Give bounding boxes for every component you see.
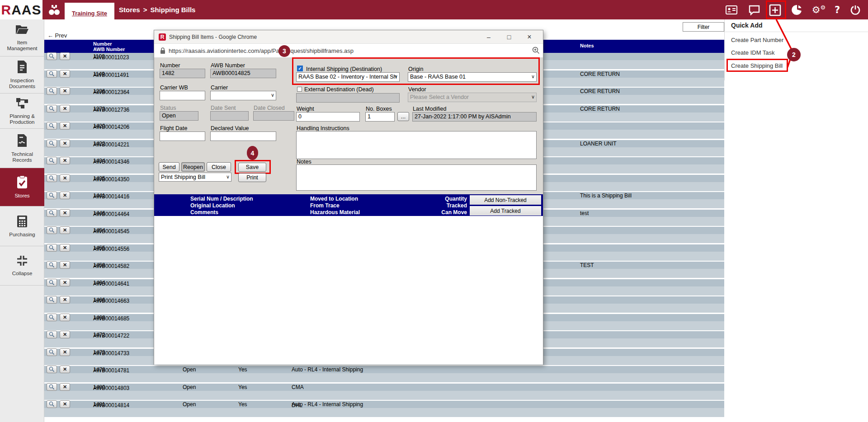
delete-icon[interactable]: ✕ [60, 383, 70, 391]
user-card-icon[interactable] [725, 4, 738, 16]
view-icon[interactable] [47, 296, 57, 304]
delete-icon[interactable]: ✕ [60, 366, 70, 373]
delete-icon[interactable]: ✕ [60, 348, 70, 356]
tab-training-site[interactable]: Training Site [65, 3, 114, 23]
view-icon[interactable] [47, 157, 57, 164]
row-notes: LOANER UNIT [580, 141, 617, 147]
delete-icon[interactable]: ✕ [60, 209, 70, 217]
view-icon[interactable] [47, 192, 57, 199]
search-binoculars-icon[interactable] [47, 4, 61, 16]
power-icon[interactable] [849, 4, 862, 16]
sidebar-item-label: Planning & Production [3, 113, 42, 125]
filter-button[interactable]: Filter [683, 22, 724, 32]
delete-icon[interactable]: ✕ [60, 261, 70, 269]
delete-icon[interactable]: ✕ [60, 157, 70, 164]
declared-value-field[interactable] [210, 131, 276, 141]
view-icon[interactable] [47, 209, 57, 217]
delete-icon[interactable]: ✕ [60, 314, 70, 321]
carrier-select[interactable]: ∨ [210, 91, 276, 100]
handling-instructions-textarea[interactable] [296, 131, 537, 159]
delete-icon[interactable]: ✕ [60, 140, 70, 147]
minimize-button[interactable]: – [481, 31, 496, 42]
settings-gears-icon[interactable]: ⚙⚙ [811, 4, 827, 16]
external-destination-checkbox[interactable] [297, 87, 302, 92]
delete-icon[interactable]: ✕ [60, 122, 70, 130]
origin-select[interactable]: Base - RAAS Base 01∨ [408, 72, 537, 82]
view-icon[interactable] [47, 331, 57, 338]
view-icon[interactable] [47, 348, 57, 356]
maximize-button[interactable]: □ [501, 31, 517, 42]
menu-item-create-part-number[interactable]: Create Part Number [731, 37, 783, 43]
view-icon[interactable] [47, 70, 57, 78]
close-bill-button[interactable]: Close [207, 162, 231, 172]
internal-shipping-checkbox[interactable]: ✓ [297, 66, 303, 71]
carrier-wb-field[interactable] [160, 91, 205, 100]
delete-icon[interactable]: ✕ [60, 87, 70, 95]
lock-icon [160, 47, 165, 54]
flight-date-field[interactable] [160, 131, 205, 141]
sidebar-item-item-management[interactable]: Item Management [0, 19, 44, 56]
view-icon[interactable] [47, 244, 57, 252]
sidebar-item-inspection-documents[interactable]: Inspection Documents [0, 56, 44, 94]
view-icon[interactable] [47, 226, 57, 234]
notes-textarea[interactable] [296, 164, 537, 191]
prev-link[interactable]: ← Prev [47, 32, 67, 39]
delete-icon[interactable]: ✕ [60, 244, 70, 252]
add-non-tracked-button[interactable]: Add Non-Tracked [469, 195, 542, 205]
last-modified-label: Last Modified [413, 106, 446, 112]
delete-icon[interactable]: ✕ [60, 174, 70, 182]
view-icon[interactable] [47, 174, 57, 182]
weight-field[interactable]: 0 [296, 112, 360, 122]
delete-icon[interactable]: ✕ [60, 279, 70, 286]
boxes-more-button[interactable]: ... [397, 112, 409, 121]
sidebar-item-technical-records[interactable]: Technical Records [0, 129, 44, 168]
delete-icon[interactable]: ✕ [60, 192, 70, 199]
view-icon[interactable] [47, 261, 57, 269]
send-button[interactable]: Send [159, 162, 179, 172]
view-icon[interactable] [47, 366, 57, 373]
menu-item-create-shipping-bill[interactable]: Create Shipping Bill [731, 62, 783, 69]
view-icon[interactable] [47, 122, 57, 130]
close-button[interactable]: × [522, 31, 537, 42]
print-type-select[interactable]: Print Shipping Bill∨ [159, 173, 231, 182]
delete-icon[interactable]: ✕ [60, 52, 70, 60]
view-icon[interactable] [47, 279, 57, 286]
row-notes: test [580, 210, 589, 216]
help-icon[interactable]: ? [831, 4, 844, 16]
sidebar-item-purchasing[interactable]: Purchasing [0, 206, 44, 246]
chat-icon[interactable] [748, 4, 760, 16]
view-icon[interactable] [47, 383, 57, 391]
dialog-title-bar[interactable]: R Shipping Bill Items - Google Chrome – … [154, 30, 543, 44]
view-icon[interactable] [47, 400, 57, 408]
carrier-label: Carrier [211, 84, 228, 91]
zoom-page-icon[interactable] [532, 47, 540, 55]
save-button[interactable]: Save [238, 163, 266, 172]
add-tracked-button[interactable]: Add Tracked [469, 206, 542, 216]
sidebar-item-collapse[interactable]: Collapse [0, 246, 44, 286]
pie-chart-icon[interactable] [790, 4, 803, 16]
view-icon[interactable] [47, 140, 57, 147]
delete-icon[interactable]: ✕ [60, 296, 70, 304]
delete-icon[interactable]: ✕ [60, 331, 70, 338]
view-icon[interactable] [47, 52, 57, 60]
row-notes: TEST [580, 262, 594, 268]
reopen-button[interactable]: Reopen [181, 162, 205, 172]
print-button[interactable]: Print [238, 173, 266, 182]
menu-item-create-idm-task[interactable]: Create IDM Task [731, 49, 775, 56]
no-boxes-field[interactable]: 1 [365, 112, 395, 122]
status-field: Open [160, 111, 198, 121]
internal-destination-select[interactable]: RAAS Base 02 - Inventory - Internal Sh∨ [296, 72, 400, 82]
sidebar-item-stores[interactable]: Stores [0, 168, 44, 206]
dialog-url-bar[interactable]: https://raasais.aviationintertec.com/app… [154, 44, 543, 58]
breadcrumb-section[interactable]: Stores [119, 6, 140, 14]
view-icon[interactable] [47, 105, 57, 113]
breadcrumb[interactable]: Stores > Shipping Bills [119, 0, 195, 19]
view-icon[interactable] [47, 314, 57, 321]
delete-icon[interactable]: ✕ [60, 400, 70, 408]
delete-icon[interactable]: ✕ [60, 105, 70, 113]
view-icon[interactable] [47, 87, 57, 95]
delete-icon[interactable]: ✕ [60, 70, 70, 78]
delete-icon[interactable]: ✕ [60, 226, 70, 234]
sidebar-item-planning-production[interactable]: Planning & Production [0, 94, 44, 129]
quick-add-icon[interactable] [769, 4, 781, 16]
